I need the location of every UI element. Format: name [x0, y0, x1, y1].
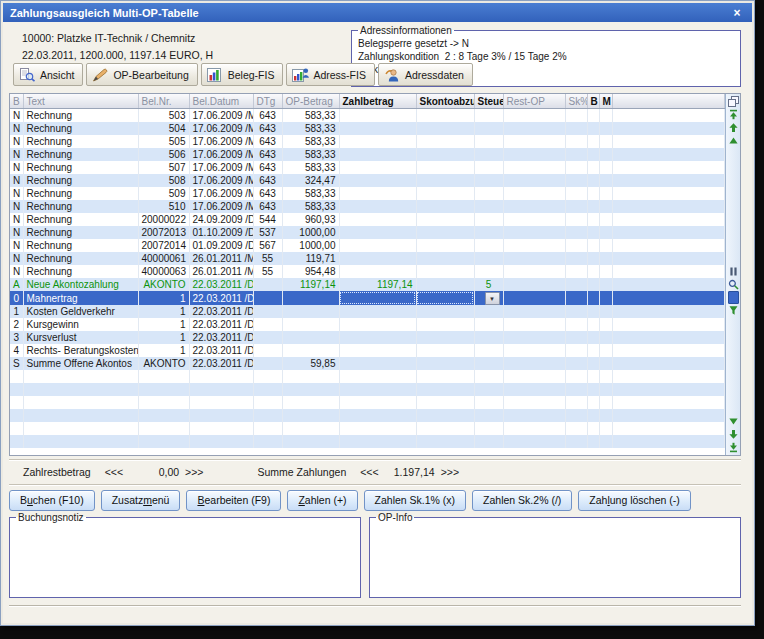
scroll-up-icon[interactable]: [728, 122, 739, 133]
cell: ▼: [474, 291, 503, 305]
cell: [587, 122, 599, 135]
cell: [587, 187, 599, 200]
column-header-zahlbetrag[interactable]: Zahlbetrag: [339, 94, 416, 109]
column-header-dtg[interactable]: DTg: [253, 94, 282, 109]
tab-op-bearbeitung[interactable]: OP-Bearbeitung: [86, 63, 197, 86]
column-header-bel-nr[interactable]: Bel.Nr.: [138, 94, 189, 109]
zusatzmenü-button[interactable]: Zusatzmenü: [101, 490, 181, 511]
zahlung-löschen-button[interactable]: Zahlung löschen (-): [578, 490, 690, 511]
cell: [587, 357, 599, 370]
tax-dropdown-button[interactable]: ▼: [485, 292, 500, 305]
table-row[interactable]: NRechnung4000006326.01.2011 /Mi55954,48: [10, 265, 725, 278]
cell: [565, 422, 587, 435]
title-bar[interactable]: Zahlungsausgleich Multi-OP-Tabelle ×: [3, 3, 752, 22]
column-header-b[interactable]: B: [10, 94, 23, 109]
table-row[interactable]: SSumme Offene AkontosAKONTO22.03.2011 /D…: [10, 357, 725, 370]
table-row[interactable]: ANeue AkontozahlungAKONTO22.03.2011 /Di1…: [10, 278, 725, 291]
column-header-m[interactable]: M: [599, 94, 612, 109]
cell: 22.03.2011 /Di: [189, 278, 253, 291]
cell: [503, 396, 565, 409]
table-row[interactable]: 2Kursgewinn122.03.2011 /Di: [10, 318, 725, 331]
step-up-icon[interactable]: [728, 135, 739, 146]
table-row[interactable]: [10, 435, 725, 448]
column-header-steue[interactable]: Steue: [474, 94, 503, 109]
filter-icon[interactable]: [728, 305, 739, 316]
table-row-selected[interactable]: 0Mahnertrag122.03.2011 /Di▼: [10, 291, 725, 305]
cell: S: [10, 357, 23, 370]
cell: [339, 344, 416, 357]
column-chooser-icon[interactable]: [728, 96, 739, 107]
pause-icon[interactable]: [728, 266, 739, 277]
column-header-text[interactable]: Text: [23, 94, 138, 109]
table-row[interactable]: NRechnung50417.06.2009 /Mi643583,33: [10, 122, 725, 135]
op-info-box[interactable]: OP-Info: [369, 512, 741, 598]
table-row[interactable]: NRechnung50817.06.2009 /Mi643324,47: [10, 174, 725, 187]
cell: [612, 200, 725, 213]
cell: 507: [138, 161, 189, 174]
zahlen-sk-2-button[interactable]: Zahlen Sk.2% (/): [472, 490, 572, 511]
cell: [612, 383, 725, 396]
cell: 22.03.2011 /Di: [189, 357, 253, 370]
tab-ansicht[interactable]: Ansicht: [13, 63, 83, 86]
cell: 960,93: [282, 213, 339, 226]
table-row[interactable]: NRechnung50917.06.2009 /Mi643583,33: [10, 187, 725, 200]
column-header-sk[interactable]: Sk%: [565, 94, 587, 109]
step-down-icon[interactable]: [728, 416, 739, 427]
cell: 510: [138, 200, 189, 213]
column-header-bel-datum[interactable]: Bel.Datum: [189, 94, 253, 109]
cell: [282, 422, 339, 435]
cell: 643: [253, 187, 282, 200]
table-row[interactable]: NRechnung4000006126.01.2011 /Mi55119,71: [10, 252, 725, 265]
table-row[interactable]: NRechnung2000002224.09.2009 /Do544960,93: [10, 213, 725, 226]
cell: [339, 187, 416, 200]
table-row[interactable]: [10, 396, 725, 409]
scroll-top-icon[interactable]: [728, 109, 739, 120]
column-header-rest-op[interactable]: Rest-OP: [503, 94, 565, 109]
summary-bar: Zahlrestbetrag <<< 0,00 >>> Summe Zahlun…: [9, 459, 741, 481]
tab-beleg-fis[interactable]: Beleg-FIS: [201, 63, 284, 86]
cell: 1000,00: [282, 239, 339, 252]
booking-note-box[interactable]: Buchungsnotiz: [9, 512, 361, 598]
scroll-thumb[interactable]: [728, 292, 739, 303]
table-row[interactable]: NRechnung50517.06.2009 /Mi643583,33: [10, 135, 725, 148]
column-header-op-betrag[interactable]: OP-Betrag: [282, 94, 339, 109]
bearbeiten-f9-button[interactable]: Bearbeiten (F9): [186, 490, 281, 511]
table-row[interactable]: [10, 383, 725, 396]
buchen-f10-button[interactable]: Buchen (F10): [9, 490, 95, 511]
table-row[interactable]: NRechnung50617.06.2009 /Mi643583,33: [10, 148, 725, 161]
table-row[interactable]: [10, 409, 725, 422]
table-row[interactable]: 1Kosten Geldverkehr122.03.2011 /Di: [10, 305, 725, 318]
table-row[interactable]: 3Kursverlust122.03.2011 /Di: [10, 331, 725, 344]
cell: [282, 409, 339, 422]
cell: [253, 357, 282, 370]
column-header-filler[interactable]: [612, 94, 725, 109]
tab-label: Adressdaten: [405, 69, 464, 81]
cell: [612, 226, 725, 239]
cell: [474, 239, 503, 252]
table-row[interactable]: NRechnung50717.06.2009 /Mi643583,33: [10, 161, 725, 174]
table-row[interactable]: NRechnung51017.06.2009 /Mi643583,33: [10, 200, 725, 213]
table-row[interactable]: NRechnung50317.06.2009 /Mi643583,33: [10, 109, 725, 123]
zahlen-sk-1-x-button[interactable]: Zahlen Sk.1% (x): [364, 490, 467, 511]
cell: [565, 213, 587, 226]
cell: [565, 396, 587, 409]
tab-adressdaten[interactable]: Adressdaten: [378, 63, 473, 86]
column-header-skontoabzug[interactable]: Skontoabzug: [416, 94, 474, 109]
cell: [599, 344, 612, 357]
edit-icon: [92, 68, 109, 82]
zahlen-button[interactable]: Zahlen (+): [287, 490, 357, 511]
tab-adress-fis[interactable]: Adress-FIS: [286, 63, 375, 86]
table-row[interactable]: 4Rechts- Beratungskosten122.03.2011 /Di: [10, 344, 725, 357]
table-row[interactable]: NRechnung2007201301.10.2009 /Do5371000,0…: [10, 226, 725, 239]
scroll-bottom-icon[interactable]: [728, 442, 739, 453]
cell: [339, 305, 416, 318]
table-row[interactable]: [10, 370, 725, 383]
cell: [282, 305, 339, 318]
search-icon[interactable]: [728, 279, 739, 290]
scroll-down-icon[interactable]: [728, 429, 739, 440]
table-row[interactable]: [10, 422, 725, 435]
table-row[interactable]: NRechnung2007201401.09.2009 /Di5671000,0…: [10, 239, 725, 252]
column-header-b[interactable]: B: [587, 94, 599, 109]
close-icon[interactable]: ×: [729, 6, 745, 20]
cell: N: [10, 174, 23, 187]
